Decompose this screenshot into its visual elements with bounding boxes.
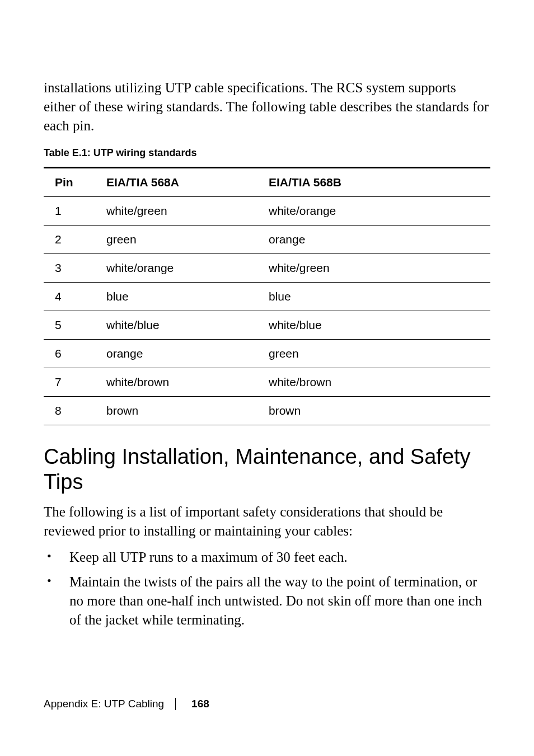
table-cell: blue: [257, 283, 490, 311]
table-row: 5white/bluewhite/blue: [44, 311, 490, 340]
table-cell: 5: [44, 311, 95, 340]
table-cell: white/blue: [95, 311, 257, 340]
table-row: 4blueblue: [44, 283, 490, 311]
table-cell: 8: [44, 397, 95, 425]
table-cell: brown: [257, 397, 490, 425]
table-cell: orange: [257, 226, 490, 254]
table-cell: orange: [95, 340, 257, 368]
table-cell: white/green: [95, 197, 257, 226]
table-cell: blue: [95, 283, 257, 311]
table-row: 6orangegreen: [44, 340, 490, 368]
table-cell: green: [257, 340, 490, 368]
table-cell: white/orange: [95, 254, 257, 283]
table-row: 8brownbrown: [44, 397, 490, 425]
table-cell: 7: [44, 368, 95, 397]
table-cell: 1: [44, 197, 95, 226]
table-row: 7white/brownwhite/brown: [44, 368, 490, 397]
table-row: 1white/greenwhite/orange: [44, 197, 490, 226]
table-cell: white/brown: [257, 368, 490, 397]
table-cell: green: [95, 226, 257, 254]
table-cell: white/green: [257, 254, 490, 283]
wiring-standards-table: Pin EIA/TIA 568A EIA/TIA 568B 1white/gre…: [44, 167, 490, 425]
page-footer: Appendix E: UTP Cabling 168: [44, 698, 209, 710]
section-paragraph: The following is a list of important saf…: [44, 503, 490, 541]
table-row: 3white/orangewhite/green: [44, 254, 490, 283]
list-item: Keep all UTP runs to a maximum of 30 fee…: [44, 548, 490, 567]
table-row: 2greenorange: [44, 226, 490, 254]
table-cell: white/blue: [257, 311, 490, 340]
table-header-row: Pin EIA/TIA 568A EIA/TIA 568B: [44, 168, 490, 197]
table-header-568b: EIA/TIA 568B: [257, 168, 490, 197]
table-cell: 3: [44, 254, 95, 283]
table-cell: 6: [44, 340, 95, 368]
table-body: 1white/greenwhite/orange2greenorange3whi…: [44, 197, 490, 425]
table-cell: white/brown: [95, 368, 257, 397]
intro-paragraph: installations utilizing UTP cable specif…: [44, 78, 490, 135]
table-cell: white/orange: [257, 197, 490, 226]
table-header-pin: Pin: [44, 168, 95, 197]
tips-list: Keep all UTP runs to a maximum of 30 fee…: [44, 548, 490, 629]
footer-separator: [175, 698, 176, 710]
list-item: Maintain the twists of the pairs all the…: [44, 572, 490, 629]
footer-section-label: Appendix E: UTP Cabling: [44, 698, 164, 710]
table-caption: Table E.1: UTP wiring standards: [44, 147, 490, 159]
table-header-568a: EIA/TIA 568A: [95, 168, 257, 197]
table-cell: 4: [44, 283, 95, 311]
table-cell: brown: [95, 397, 257, 425]
table-cell: 2: [44, 226, 95, 254]
footer-page-number: 168: [191, 698, 209, 710]
section-heading: Cabling Installation, Maintenance, and S…: [44, 444, 490, 495]
